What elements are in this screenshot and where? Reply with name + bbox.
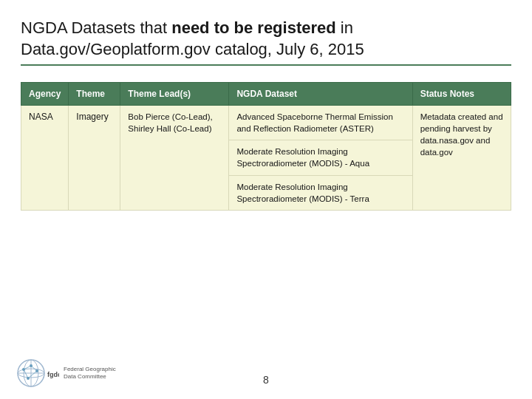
slide-container: NGDA Datasets that need to be registered… [0,0,532,399]
title-area: NGDA Datasets that need to be registered… [21,18,511,66]
page-number: 8 [263,374,269,386]
fgdc-logo: fgdc [15,355,59,392]
col-lead: Theme Lead(s) [120,83,229,106]
cell-agency: NASA [21,106,69,211]
col-agency: Agency [21,83,69,106]
col-status: Status Notes [412,83,511,106]
svg-line-11 [31,366,37,371]
ngda-table: Agency Theme Theme Lead(s) NGDA Dataset … [21,82,511,211]
cell-lead: Bob Pierce (Co-Lead), Shirley Hall (Co-L… [120,106,229,211]
title-prefix: NGDA Datasets that [21,18,171,37]
table-header-row: Agency Theme Theme Lead(s) NGDA Dataset … [21,83,511,106]
cell-status: Metadata created and pending harvest by … [412,106,511,211]
slide-title: NGDA Datasets that need to be registered… [21,18,511,60]
logo-area: fgdc Federal Geographic Data Committee [15,355,123,392]
col-dataset: NGDA Dataset [229,83,412,106]
col-theme: Theme [69,83,120,106]
svg-text:fgdc: fgdc [47,371,59,378]
title-underline [21,64,511,66]
cell-dataset-1: Advanced Spaceborne Thermal Emission and… [229,106,412,140]
table-row: NASA Imagery Bob Pierce (Co-Lead), Shirl… [21,106,511,140]
cell-theme: Imagery [69,106,120,211]
title-bold: need to be registered [171,18,336,37]
logo-subtext: Federal Geographic Data Committee [64,366,123,380]
table-wrapper: Agency Theme Theme Lead(s) NGDA Dataset … [21,82,511,211]
cell-dataset-3: Moderate Resolution Imaging Spectroradio… [229,175,412,210]
cell-dataset-2: Moderate Resolution Imaging Spectroradio… [229,140,412,175]
